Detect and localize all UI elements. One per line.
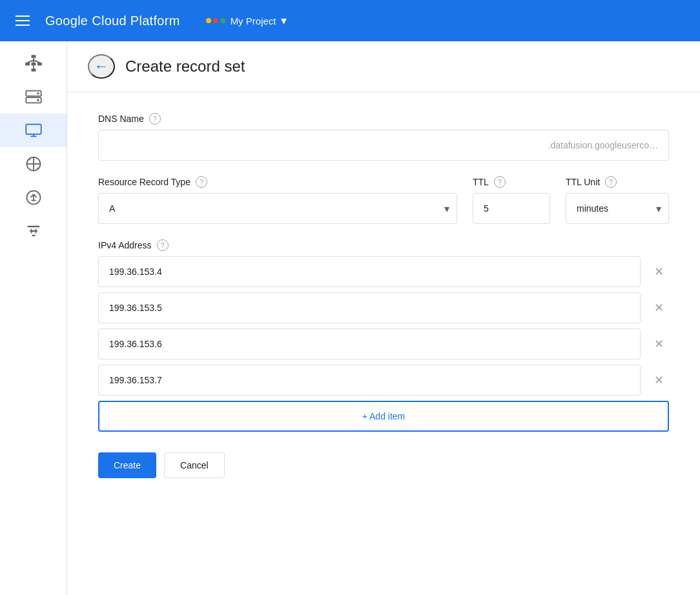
- ipv4-input-1[interactable]: [98, 256, 641, 287]
- hamburger-menu-button[interactable]: [10, 10, 35, 31]
- sidebar-item-traffic[interactable]: [0, 181, 67, 214]
- ttl-input[interactable]: [473, 193, 550, 224]
- svg-line-6: [27, 60, 33, 63]
- sidebar-item-dns[interactable]: [0, 80, 67, 114]
- layout: ← Create record set DNS Name ? Resource …: [0, 41, 700, 595]
- action-row: Create Cancel: [98, 452, 669, 478]
- record-type-col: Resource Record Type ? A AAAA CNAME MX N…: [98, 176, 457, 224]
- svg-rect-13: [26, 125, 41, 134]
- remove-ipv4-1-button[interactable]: ✕: [648, 261, 669, 282]
- ttl-unit-label: TTL Unit ?: [566, 176, 669, 188]
- app-title: Google Cloud Platform: [45, 14, 180, 28]
- svg-rect-0: [31, 55, 36, 58]
- ipv4-row-1: ✕: [98, 256, 669, 287]
- svg-point-10: [37, 92, 39, 95]
- sidebar: [0, 41, 67, 595]
- router-icon: [25, 155, 43, 173]
- create-button[interactable]: Create: [98, 452, 156, 478]
- project-chevron-icon: ▾: [281, 14, 287, 28]
- svg-line-19: [29, 159, 30, 160]
- traffic-icon: [25, 188, 43, 207]
- ttl-unit-select[interactable]: seconds minutes hours days: [566, 193, 669, 224]
- dns-name-help-icon[interactable]: ?: [149, 113, 161, 125]
- svg-point-12: [37, 99, 39, 102]
- ipv4-row-4: ✕: [98, 365, 669, 396]
- record-type-help-icon[interactable]: ?: [196, 176, 207, 188]
- back-arrow-icon: ←: [94, 58, 108, 75]
- dns-name-input[interactable]: [98, 130, 669, 161]
- dns-name-label: DNS Name ?: [98, 113, 669, 125]
- ipv4-row-3: ✕: [98, 328, 669, 359]
- svg-line-7: [34, 60, 39, 63]
- ipv4-group: IPv4 Address ? ✕ ✕ ✕ ✕: [98, 239, 669, 432]
- filter-icon: [25, 222, 43, 240]
- ipv4-input-2[interactable]: [98, 292, 641, 323]
- sidebar-item-router[interactable]: [0, 147, 67, 181]
- svg-rect-2: [31, 63, 36, 66]
- ttl-help-icon[interactable]: ?: [494, 176, 506, 188]
- ttl-unit-help-icon[interactable]: ?: [605, 176, 617, 188]
- svg-rect-4: [31, 68, 36, 72]
- ipv4-help-icon[interactable]: ?: [157, 239, 169, 251]
- remove-ipv4-2-button[interactable]: ✕: [648, 298, 669, 318]
- sidebar-item-filter[interactable]: [0, 214, 67, 248]
- svg-rect-3: [37, 63, 41, 66]
- main-content: ← Create record set DNS Name ? Resource …: [67, 41, 700, 595]
- project-dots-icon: [206, 18, 225, 23]
- svg-line-20: [37, 168, 37, 168]
- network-hierarchy-icon: [25, 54, 43, 72]
- record-type-select-wrapper: A AAAA CNAME MX NS PTR SOA SPF SRV TXT ▾: [98, 193, 457, 224]
- record-type-select[interactable]: A AAAA CNAME MX NS PTR SOA SPF SRV TXT: [98, 193, 457, 224]
- remove-ipv4-3-button[interactable]: ✕: [648, 334, 669, 354]
- sidebar-item-compute[interactable]: [0, 114, 67, 147]
- cancel-button[interactable]: Cancel: [164, 452, 225, 478]
- ttl-unit-col: TTL Unit ? seconds minutes hours days ▾: [566, 176, 669, 224]
- dns-icon: [25, 88, 43, 106]
- ipv4-input-4[interactable]: [98, 365, 641, 396]
- compute-icon: [25, 121, 43, 139]
- project-name: My Project: [231, 15, 276, 26]
- record-type-ttl-row: Resource Record Type ? A AAAA CNAME MX N…: [98, 176, 669, 224]
- back-button[interactable]: ←: [88, 54, 115, 79]
- form-area: DNS Name ? Resource Record Type ? A AAAA: [67, 92, 700, 499]
- dns-name-group: DNS Name ?: [98, 113, 669, 161]
- page-title: Create record set: [125, 57, 245, 76]
- ipv4-input-3[interactable]: [98, 328, 641, 359]
- add-item-button[interactable]: + Add item: [98, 401, 669, 432]
- remove-ipv4-4-button[interactable]: ✕: [648, 370, 669, 390]
- record-type-label: Resource Record Type ?: [98, 176, 457, 188]
- sidebar-item-network[interactable]: [0, 46, 67, 80]
- top-header: Google Cloud Platform My Project ▾: [0, 0, 700, 41]
- svg-rect-1: [25, 63, 30, 66]
- ipv4-row-2: ✕: [98, 292, 669, 323]
- ttl-col: TTL ?: [473, 176, 550, 224]
- ttl-label: TTL ?: [473, 176, 550, 188]
- add-item-label: + Add item: [362, 411, 406, 421]
- page-header: ← Create record set: [67, 41, 700, 92]
- project-selector[interactable]: My Project ▾: [201, 11, 293, 30]
- ttl-unit-select-wrapper: seconds minutes hours days ▾: [566, 193, 669, 224]
- ipv4-label: IPv4 Address ?: [98, 239, 669, 251]
